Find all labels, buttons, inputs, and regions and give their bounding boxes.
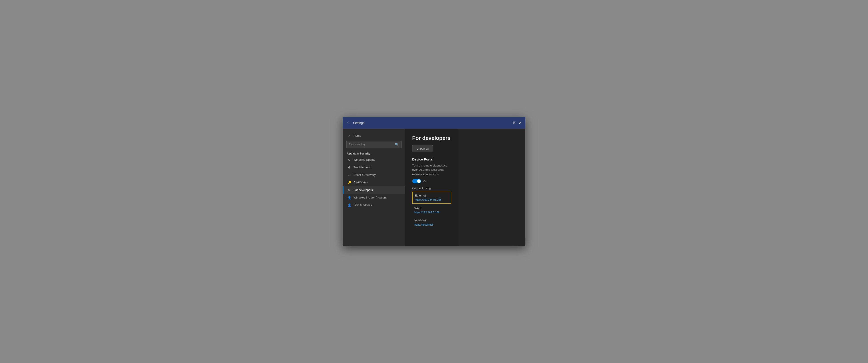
sidebar-item-label: Reset & recovery bbox=[353, 173, 376, 176]
sidebar-item-label: Windows Insider Program bbox=[353, 196, 386, 199]
close-icon[interactable]: ✕ bbox=[519, 121, 522, 125]
connection-url-wifi[interactable]: https://192.168.0.168 bbox=[414, 211, 439, 214]
toggle-state-label: On bbox=[423, 179, 427, 183]
connection-name-localhost: localhost bbox=[414, 219, 449, 222]
window-title: Settings bbox=[353, 121, 513, 125]
device-portal-toggle[interactable] bbox=[412, 179, 421, 184]
snap-icon[interactable]: ⧉ bbox=[513, 121, 515, 125]
feedback-icon: 👤 bbox=[347, 203, 351, 207]
sidebar-item-give-feedback[interactable]: 👤 Give feedback bbox=[343, 201, 405, 209]
connection-name-wifi: Wi-Fi bbox=[414, 206, 449, 210]
sidebar-item-label: Windows Update bbox=[353, 158, 375, 161]
window-body: ⌂ Home 🔍 Update & Security ↻ Windows Upd… bbox=[343, 129, 525, 246]
device-portal-description: Turn on remote diagnostics over USB and … bbox=[412, 163, 451, 176]
sidebar-item-windows-insider[interactable]: 👤 Windows Insider Program bbox=[343, 194, 405, 201]
titlebar: ← Settings ⧉ ✕ bbox=[343, 117, 525, 129]
connection-item-localhost[interactable]: localhost https://localhost bbox=[412, 217, 451, 228]
sidebar-item-reset-recovery[interactable]: ⏮ Reset & recovery bbox=[343, 171, 405, 179]
connection-url-localhost[interactable]: https://localhost bbox=[414, 223, 433, 226]
sidebar-item-label: For developers bbox=[353, 188, 373, 192]
connect-using-label: Connect using: bbox=[412, 187, 451, 190]
search-box[interactable]: 🔍 bbox=[346, 141, 402, 148]
sidebar-item-home[interactable]: ⌂ Home bbox=[343, 132, 405, 139]
toggle-row: On bbox=[412, 179, 451, 184]
windows-update-icon: ↻ bbox=[347, 158, 351, 162]
sidebar-item-certificates[interactable]: 🔑 Certificates bbox=[343, 179, 405, 186]
back-icon: ← bbox=[346, 121, 350, 125]
sidebar-item-label: Certificates bbox=[353, 181, 368, 184]
page-title: For developers bbox=[412, 135, 451, 141]
device-portal-title: Device Portal bbox=[412, 157, 451, 161]
sidebar-item-troubleshoot[interactable]: ⚙ Troubleshoot bbox=[343, 164, 405, 171]
sidebar: ⌂ Home 🔍 Update & Security ↻ Windows Upd… bbox=[343, 129, 405, 246]
search-input[interactable] bbox=[349, 143, 393, 146]
sidebar-item-label: Give feedback bbox=[353, 203, 372, 207]
window-controls: ⧉ ✕ bbox=[513, 121, 522, 125]
connection-name-ethernet: Ethernet bbox=[415, 194, 449, 197]
connection-item-wifi[interactable]: Wi-Fi https://192.168.0.168 bbox=[412, 205, 451, 216]
toggle-knob bbox=[417, 179, 421, 183]
right-panel bbox=[459, 129, 525, 246]
sidebar-item-for-developers[interactable]: ⊞ For developers bbox=[343, 186, 405, 194]
connection-url-ethernet[interactable]: https://169.254.91.235 bbox=[415, 198, 441, 201]
connection-item-ethernet[interactable]: Ethernet https://169.254.91.235 bbox=[412, 192, 451, 204]
main-content: For developers Unpair all Device Portal … bbox=[405, 129, 459, 246]
settings-window: ← Settings ⧉ ✕ ⌂ Home 🔍 Update & Securit… bbox=[343, 117, 525, 246]
insider-icon: 👤 bbox=[347, 196, 351, 199]
developers-icon: ⊞ bbox=[347, 188, 351, 192]
back-button[interactable]: ← bbox=[346, 121, 350, 125]
unpair-all-button[interactable]: Unpair all bbox=[412, 145, 433, 152]
search-icon: 🔍 bbox=[395, 142, 399, 147]
sidebar-item-label: Troubleshoot bbox=[353, 166, 370, 169]
sidebar-section-title: Update & Security bbox=[343, 151, 405, 156]
home-icon: ⌂ bbox=[347, 134, 351, 138]
troubleshoot-icon: ⚙ bbox=[347, 166, 351, 169]
certificates-icon: 🔑 bbox=[347, 181, 351, 184]
sidebar-home-label: Home bbox=[353, 134, 361, 137]
sidebar-item-windows-update[interactable]: ↻ Windows Update bbox=[343, 156, 405, 164]
reset-icon: ⏮ bbox=[347, 173, 351, 177]
